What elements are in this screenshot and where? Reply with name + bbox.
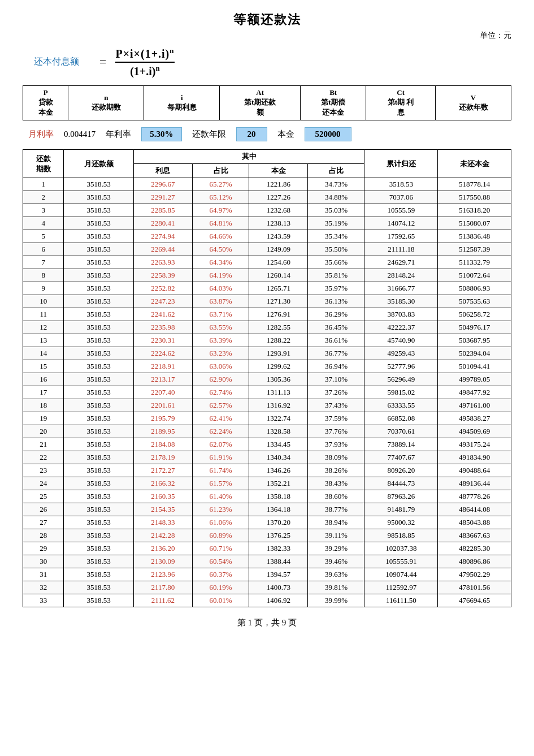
table-cell: 63.06% (193, 360, 249, 373)
table-cell: 518778.14 (438, 178, 511, 191)
amortization-table: 还款期数 月还款额 其中 累计归还 未还本金 利息 占比 本金 占比 13518… (23, 149, 511, 607)
table-cell: 59815.02 (364, 386, 438, 399)
table-cell: 2117.80 (133, 581, 192, 594)
table-cell: 3518.53 (64, 425, 133, 438)
table-cell: 499789.05 (438, 373, 511, 386)
table-cell: 61.91% (193, 451, 249, 464)
table-cell: 24629.71 (364, 256, 438, 269)
table-row: 313518.532123.9660.37%1394.5739.63%10907… (23, 568, 511, 581)
table-cell: 2136.20 (133, 542, 192, 555)
table-cell: 61.40% (193, 490, 249, 503)
table-cell: 1238.13 (249, 217, 308, 230)
table-cell: 10555.59 (364, 204, 438, 217)
table-row: 203518.532189.9562.24%1328.5837.76%70370… (23, 425, 511, 438)
table-cell: 511332.79 (438, 256, 511, 269)
header-cumulative: 累计归还 (364, 150, 438, 178)
table-cell: 1370.20 (249, 516, 308, 529)
table-cell: 487778.26 (438, 490, 511, 503)
table-cell: 29 (23, 542, 64, 555)
table-cell: 1352.21 (249, 477, 308, 490)
table-cell: 116111.50 (364, 594, 438, 607)
table-cell: 6 (23, 243, 64, 256)
table-cell: 3518.53 (64, 191, 133, 204)
table-cell: 62.07% (193, 438, 249, 451)
table-cell: 60.89% (193, 529, 249, 542)
table-cell: 1388.44 (249, 555, 308, 568)
table-cell: 45740.90 (364, 334, 438, 347)
page-title: 等额还款法 (23, 11, 511, 28)
table-cell: 2195.79 (133, 412, 192, 425)
table-cell: 491834.90 (438, 451, 511, 464)
table-cell: 2263.93 (133, 256, 192, 269)
table-cell: 25 (23, 490, 64, 503)
table-cell: 12 (23, 321, 64, 334)
table-cell: 3518.53 (64, 581, 133, 594)
table-cell: 3518.53 (64, 555, 133, 568)
table-cell: 2285.85 (133, 204, 192, 217)
table-cell: 1260.14 (249, 269, 308, 282)
table-cell: 498477.92 (438, 386, 511, 399)
table-cell: 2201.61 (133, 399, 192, 412)
table-cell: 2 (23, 191, 64, 204)
table-cell: 63.87% (193, 295, 249, 308)
annual-rate-label: 年利率 (106, 129, 131, 140)
table-cell: 510072.64 (438, 269, 511, 282)
legend-i: i每期利息 (144, 86, 220, 120)
table-cell: 2123.96 (133, 568, 192, 581)
table-row: 13518.532296.6765.27%1221.8634.73%3518.5… (23, 178, 511, 191)
table-cell: 2269.44 (133, 243, 192, 256)
table-cell: 32 (23, 581, 64, 594)
table-cell: 91481.79 (364, 503, 438, 516)
table-row: 263518.532154.3561.23%1364.1838.77%91481… (23, 503, 511, 516)
table-cell: 61.74% (193, 464, 249, 477)
table-cell: 35.19% (308, 217, 364, 230)
table-row: 123518.532235.9863.55%1282.5536.45%42222… (23, 321, 511, 334)
table-cell: 63.23% (193, 347, 249, 360)
table-cell: 3 (23, 204, 64, 217)
table-cell: 16 (23, 373, 64, 386)
table-cell: 36.77% (308, 347, 364, 360)
table-cell: 3518.53 (64, 269, 133, 282)
table-cell: 38.09% (308, 451, 364, 464)
table-cell: 495838.27 (438, 412, 511, 425)
table-cell: 2274.94 (133, 230, 192, 243)
table-cell: 3518.53 (64, 542, 133, 555)
annual-rate-value: 5.30% (141, 127, 181, 141)
table-cell: 3518.53 (64, 490, 133, 503)
table-row: 333518.532111.6260.01%1406.9239.99%11611… (23, 594, 511, 607)
table-cell: 2296.67 (133, 178, 192, 191)
table-cell: 61.57% (193, 477, 249, 490)
table-cell: 38.77% (308, 503, 364, 516)
table-cell: 2224.62 (133, 347, 192, 360)
table-cell: 1221.86 (249, 178, 308, 191)
table-cell: 2130.09 (133, 555, 192, 568)
table-cell: 2148.33 (133, 516, 192, 529)
term-value: 20 (236, 127, 267, 141)
table-cell: 3518.53 (64, 412, 133, 425)
table-cell: 5 (23, 230, 64, 243)
monthly-rate-value: 0.004417 (64, 129, 95, 139)
table-cell: 23 (23, 464, 64, 477)
table-cell: 2172.27 (133, 464, 192, 477)
table-row: 143518.532224.6263.23%1293.9136.77%49259… (23, 347, 511, 360)
table-row: 303518.532130.0960.54%1388.4439.46%10555… (23, 555, 511, 568)
table-cell: 38703.83 (364, 308, 438, 321)
equals-sign: = (99, 55, 106, 70)
table-cell: 506258.72 (438, 308, 511, 321)
table-cell: 3518.53 (64, 295, 133, 308)
table-cell: 65.27% (193, 178, 249, 191)
table-cell: 63.39% (193, 334, 249, 347)
header-period: 还款期数 (23, 150, 64, 178)
table-cell: 34.88% (308, 191, 364, 204)
table-row: 73518.532263.9364.34%1254.6035.66%24629.… (23, 256, 511, 269)
table-cell: 3518.53 (64, 321, 133, 334)
table-row: 103518.532247.2363.87%1271.3036.13%35185… (23, 295, 511, 308)
table-cell: 102037.38 (364, 542, 438, 555)
table-cell: 18 (23, 399, 64, 412)
table-row: 193518.532195.7962.41%1322.7437.59%66852… (23, 412, 511, 425)
formula-denominator: (1+.i)n (130, 63, 160, 78)
legend-Bt: Bt第t期偿还本金 (301, 86, 366, 120)
table-cell: 62.57% (193, 399, 249, 412)
table-row: 243518.532166.3261.57%1352.2138.43%84444… (23, 477, 511, 490)
table-cell: 35.50% (308, 243, 364, 256)
